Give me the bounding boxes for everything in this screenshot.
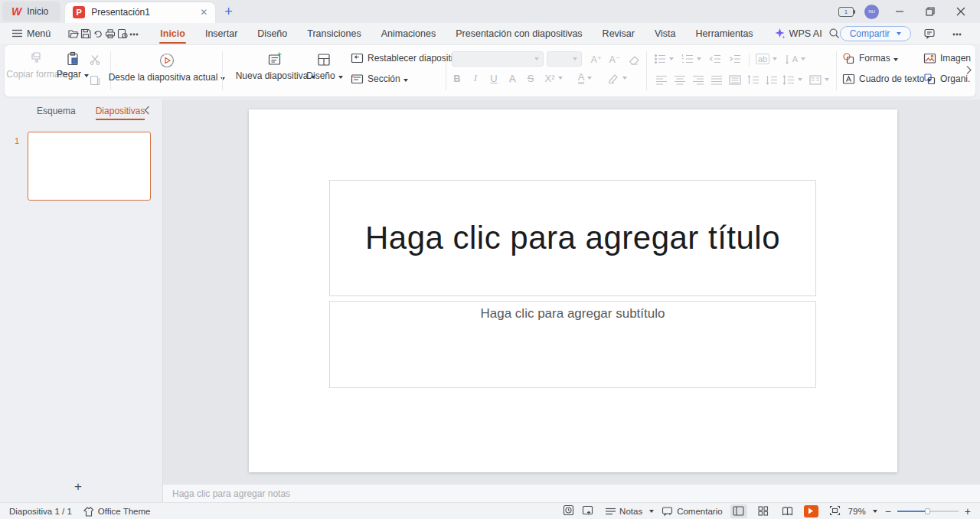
chevron-down-icon <box>897 32 901 35</box>
normal-view-button[interactable] <box>730 504 747 518</box>
add-slide-button[interactable]: + <box>74 479 82 495</box>
hamburger-icon <box>12 29 22 38</box>
save-button[interactable] <box>80 26 92 41</box>
search-button[interactable] <box>828 26 840 41</box>
tab-diapositivas[interactable]: Diapositivas <box>96 100 145 122</box>
paste-icon <box>65 51 80 67</box>
home-tab[interactable]: W Inicio <box>2 2 60 21</box>
columns-button <box>807 72 831 87</box>
rehearse-timings-button[interactable] <box>563 504 574 517</box>
normal-view-icon <box>733 506 744 516</box>
text-direction-button: ab <box>753 51 779 67</box>
from-current-slide-label: Desde la diapositiva actual <box>109 72 226 83</box>
close-window-button[interactable] <box>951 3 971 20</box>
paste-button[interactable]: Pegar <box>57 51 89 80</box>
chevron-down-icon <box>573 57 577 60</box>
justify-icon <box>710 75 723 85</box>
slide-counter: Diapositiva 1 / 1 <box>9 507 72 516</box>
tab-insertar[interactable]: Insertar <box>195 23 247 44</box>
more-tools-button[interactable] <box>129 26 139 41</box>
strikethrough-button: S <box>522 70 539 86</box>
comment-icon <box>923 28 936 40</box>
tab-herramientas[interactable]: Herramientas <box>686 23 763 44</box>
document-tab[interactable]: P Presentación1 ✕ <box>65 2 215 23</box>
undo-button[interactable] <box>92 26 104 41</box>
notes-bar[interactable]: Haga clic para agregar notas <box>163 484 980 502</box>
bullet-list-icon <box>654 54 666 64</box>
slideshow-play-button[interactable] <box>804 505 818 517</box>
notes-toggle[interactable]: Notas <box>606 507 654 516</box>
device-sync-icon[interactable]: 1 <box>838 7 854 17</box>
ribbon-expand-button[interactable] <box>965 64 972 77</box>
comment-button[interactable]: Comentario <box>662 506 722 516</box>
wps-ai-button[interactable]: WPS AI <box>774 28 822 39</box>
tab-presentacion[interactable]: Presentación con diapositivas <box>446 23 592 44</box>
tab-diseno[interactable]: Diseño <box>247 23 297 44</box>
notes-lines-icon <box>606 508 616 515</box>
divider <box>749 54 750 66</box>
line-spacing-button <box>781 72 804 87</box>
notes-label: Notas <box>619 507 642 516</box>
underline-button: U <box>485 70 502 86</box>
indent-icon <box>729 54 741 64</box>
shapes-button[interactable]: Formas <box>842 52 898 64</box>
image-button[interactable]: Imagen <box>923 52 971 64</box>
zoom-out-button[interactable]: − <box>885 505 891 517</box>
open-folder-icon <box>67 28 80 40</box>
text-box-button[interactable]: Cuadro de texto <box>842 73 932 85</box>
zoom-track[interactable] <box>897 511 959 512</box>
chevron-down-icon <box>825 78 829 81</box>
collapse-ribbon-button[interactable] <box>975 26 980 41</box>
numbering-button <box>680 51 703 67</box>
increase-indent-button <box>726 51 744 67</box>
arrange-button[interactable]: Organi. <box>923 73 970 85</box>
slide-thumbnail[interactable] <box>28 132 151 201</box>
minimize-button[interactable] <box>890 3 910 20</box>
restore-button[interactable] <box>920 3 940 20</box>
print-preview-button[interactable] <box>116 26 129 41</box>
share-button[interactable]: Compartir <box>840 26 912 41</box>
reading-view-button[interactable] <box>779 504 796 518</box>
zoom-in-button[interactable]: + <box>965 505 971 517</box>
menu-button[interactable]: Menú <box>0 28 58 39</box>
tab-animaciones[interactable]: Animaciones <box>371 23 446 44</box>
design-button[interactable]: Diseño <box>302 51 348 81</box>
slide-canvas[interactable]: Haga clic para agregar título Haga clic … <box>249 109 897 472</box>
align-center-button <box>671 72 689 87</box>
chevron-down-icon <box>403 79 408 82</box>
tab-inicio[interactable]: Inicio <box>150 23 195 44</box>
avatar[interactable]: NU <box>864 5 879 19</box>
slide-sorter-button[interactable] <box>755 504 772 518</box>
collapse-panel-icon[interactable] <box>144 106 150 117</box>
tab-vista[interactable]: Vista <box>645 23 686 44</box>
tab-revisar[interactable]: Revisar <box>593 23 645 44</box>
subtitle-placeholder[interactable]: Haga clic para agregar subtítulo <box>329 301 816 388</box>
new-tab-button[interactable]: + <box>224 5 233 18</box>
tab-transiciones[interactable]: Transiciones <box>297 23 371 44</box>
close-tab-icon[interactable]: ✕ <box>200 7 207 18</box>
section-button[interactable]: Sección <box>351 73 408 85</box>
design-label: Diseño <box>306 70 342 81</box>
zoom-knob[interactable] <box>925 508 930 514</box>
chevron-right-icon <box>965 64 972 75</box>
numbered-list-icon <box>681 54 694 64</box>
from-current-slide-button[interactable]: Desde la diapositiva actual <box>116 51 217 83</box>
open-folder-button[interactable] <box>67 26 80 41</box>
copy-format-button: Copiar formato <box>15 51 58 80</box>
tab-esquema[interactable]: Esquema <box>37 100 76 122</box>
increase-font-button: A⁺ <box>588 51 605 68</box>
zoom-level[interactable]: 79% <box>848 507 877 516</box>
new-slide-icon <box>267 51 284 68</box>
menu-label: Menú <box>27 28 51 39</box>
present-on-device-button[interactable] <box>582 504 593 517</box>
divider <box>446 51 446 90</box>
add-comment-icon <box>662 506 673 516</box>
more-options-button[interactable] <box>948 26 966 41</box>
title-placeholder[interactable]: Haga clic para agregar título <box>329 180 816 296</box>
fit-slide-button[interactable] <box>829 505 841 517</box>
comment-label: Comentario <box>677 507 722 516</box>
theme-indicator[interactable]: Office Theme <box>83 506 151 517</box>
comments-button[interactable] <box>920 26 939 41</box>
print-button[interactable] <box>104 26 116 41</box>
chevron-down-icon <box>338 76 343 79</box>
